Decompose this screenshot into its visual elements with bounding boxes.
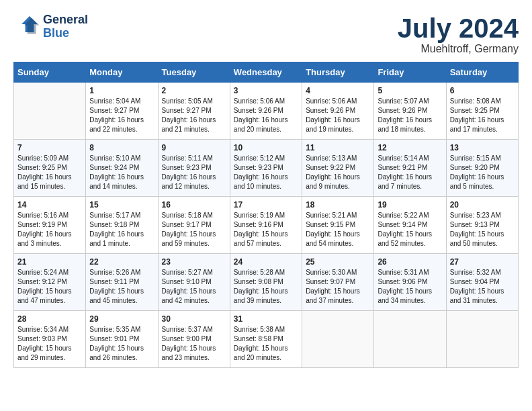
day-number: 10 xyxy=(234,143,298,152)
calendar-cell: 31Sunrise: 5:38 AM Sunset: 8:58 PM Dayli… xyxy=(230,311,302,368)
day-info: Sunrise: 5:08 AM Sunset: 9:25 PM Dayligh… xyxy=(450,97,504,133)
day-info: Sunrise: 5:06 AM Sunset: 9:26 PM Dayligh… xyxy=(306,97,360,133)
header-sunday: Sunday xyxy=(14,62,86,83)
day-number: 11 xyxy=(306,143,370,152)
day-number: 22 xyxy=(89,257,154,267)
day-number: 3 xyxy=(234,86,298,95)
day-number: 1 xyxy=(89,86,154,95)
header-friday: Friday xyxy=(374,62,446,83)
day-info: Sunrise: 5:38 AM Sunset: 8:58 PM Dayligh… xyxy=(234,326,288,361)
calendar-cell: 23Sunrise: 5:27 AM Sunset: 9:10 PM Dayli… xyxy=(158,254,230,311)
calendar-cell: 3Sunrise: 5:06 AM Sunset: 9:26 PM Daylig… xyxy=(230,83,302,140)
calendar-cell xyxy=(374,311,446,368)
day-number: 8 xyxy=(89,143,154,152)
calendar-cell: 11Sunrise: 5:13 AM Sunset: 9:22 PM Dayli… xyxy=(302,140,374,197)
logo-line1: General xyxy=(43,13,88,27)
day-number: 31 xyxy=(234,314,298,324)
calendar-cell xyxy=(14,83,86,140)
day-info: Sunrise: 5:04 AM Sunset: 9:27 PM Dayligh… xyxy=(89,97,144,133)
day-info: Sunrise: 5:12 AM Sunset: 9:23 PM Dayligh… xyxy=(234,154,288,190)
header-thursday: Thursday xyxy=(302,62,374,83)
day-number: 7 xyxy=(17,143,82,152)
day-info: Sunrise: 5:31 AM Sunset: 9:06 PM Dayligh… xyxy=(378,269,432,304)
week-row-0: 1Sunrise: 5:04 AM Sunset: 9:27 PM Daylig… xyxy=(14,83,519,140)
week-row-3: 21Sunrise: 5:24 AM Sunset: 9:12 PM Dayli… xyxy=(14,254,519,311)
calendar-cell: 8Sunrise: 5:10 AM Sunset: 9:24 PM Daylig… xyxy=(86,140,158,197)
calendar-cell: 20Sunrise: 5:23 AM Sunset: 9:13 PM Dayli… xyxy=(446,197,518,254)
location: Muehltroff, Germany xyxy=(398,43,519,55)
day-number: 25 xyxy=(306,257,370,267)
calendar-cell: 5Sunrise: 5:07 AM Sunset: 9:26 PM Daylig… xyxy=(374,83,446,140)
calendar-table: SundayMondayTuesdayWednesdayThursdayFrid… xyxy=(13,62,519,368)
day-info: Sunrise: 5:10 AM Sunset: 9:24 PM Dayligh… xyxy=(89,154,144,190)
day-number: 18 xyxy=(306,200,370,210)
day-number: 17 xyxy=(234,200,298,210)
day-number: 15 xyxy=(89,200,154,210)
day-info: Sunrise: 5:16 AM Sunset: 9:19 PM Dayligh… xyxy=(17,212,72,247)
calendar-cell: 1Sunrise: 5:04 AM Sunset: 9:27 PM Daylig… xyxy=(86,83,158,140)
day-info: Sunrise: 5:09 AM Sunset: 9:25 PM Dayligh… xyxy=(17,154,72,190)
logo-line2: Blue xyxy=(43,27,88,40)
day-info: Sunrise: 5:18 AM Sunset: 9:17 PM Dayligh… xyxy=(162,212,216,247)
header-tuesday: Tuesday xyxy=(158,62,230,83)
day-info: Sunrise: 5:27 AM Sunset: 9:10 PM Dayligh… xyxy=(162,269,216,304)
day-number: 13 xyxy=(450,143,515,152)
day-number: 26 xyxy=(378,257,442,267)
calendar-header-row: SundayMondayTuesdayWednesdayThursdayFrid… xyxy=(14,62,519,83)
day-info: Sunrise: 5:05 AM Sunset: 9:27 PM Dayligh… xyxy=(162,97,216,133)
calendar-cell xyxy=(446,311,518,368)
day-info: Sunrise: 5:37 AM Sunset: 9:00 PM Dayligh… xyxy=(162,326,216,361)
day-info: Sunrise: 5:30 AM Sunset: 9:07 PM Dayligh… xyxy=(306,269,360,304)
day-info: Sunrise: 5:15 AM Sunset: 9:20 PM Dayligh… xyxy=(450,154,504,190)
day-number: 23 xyxy=(162,257,226,267)
day-info: Sunrise: 5:17 AM Sunset: 9:18 PM Dayligh… xyxy=(89,212,144,247)
calendar-cell: 29Sunrise: 5:35 AM Sunset: 9:01 PM Dayli… xyxy=(86,311,158,368)
day-info: Sunrise: 5:11 AM Sunset: 9:23 PM Dayligh… xyxy=(162,154,216,190)
calendar-cell: 26Sunrise: 5:31 AM Sunset: 9:06 PM Dayli… xyxy=(374,254,446,311)
calendar-cell: 6Sunrise: 5:08 AM Sunset: 9:25 PM Daylig… xyxy=(446,83,518,140)
day-number: 2 xyxy=(162,86,226,95)
page-header: General Blue July 2024 Muehltroff, Germa… xyxy=(13,13,519,55)
day-info: Sunrise: 5:34 AM Sunset: 9:03 PM Dayligh… xyxy=(17,326,72,361)
calendar-cell: 28Sunrise: 5:34 AM Sunset: 9:03 PM Dayli… xyxy=(14,311,86,368)
month-title: July 2024 xyxy=(398,13,519,43)
day-number: 12 xyxy=(378,143,442,152)
title-block: July 2024 Muehltroff, Germany xyxy=(398,13,519,55)
day-info: Sunrise: 5:07 AM Sunset: 9:26 PM Dayligh… xyxy=(378,97,432,133)
day-number: 29 xyxy=(89,314,154,324)
calendar-cell: 19Sunrise: 5:22 AM Sunset: 9:14 PM Dayli… xyxy=(374,197,446,254)
calendar-cell: 7Sunrise: 5:09 AM Sunset: 9:25 PM Daylig… xyxy=(14,140,86,197)
week-row-2: 14Sunrise: 5:16 AM Sunset: 9:19 PM Dayli… xyxy=(14,197,519,254)
day-info: Sunrise: 5:23 AM Sunset: 9:13 PM Dayligh… xyxy=(450,212,504,247)
day-info: Sunrise: 5:26 AM Sunset: 9:11 PM Dayligh… xyxy=(89,269,144,304)
logo-text: General Blue xyxy=(43,13,88,40)
day-number: 19 xyxy=(378,200,442,210)
day-number: 20 xyxy=(450,200,515,210)
day-info: Sunrise: 5:06 AM Sunset: 9:26 PM Dayligh… xyxy=(234,97,288,133)
day-number: 24 xyxy=(234,257,298,267)
day-info: Sunrise: 5:32 AM Sunset: 9:04 PM Dayligh… xyxy=(450,269,504,304)
day-number: 4 xyxy=(306,86,370,95)
day-info: Sunrise: 5:24 AM Sunset: 9:12 PM Dayligh… xyxy=(17,269,72,304)
calendar-cell: 25Sunrise: 5:30 AM Sunset: 9:07 PM Dayli… xyxy=(302,254,374,311)
calendar-cell: 9Sunrise: 5:11 AM Sunset: 9:23 PM Daylig… xyxy=(158,140,230,197)
logo-icon xyxy=(13,13,40,40)
header-saturday: Saturday xyxy=(446,62,518,83)
calendar-cell: 14Sunrise: 5:16 AM Sunset: 9:19 PM Dayli… xyxy=(14,197,86,254)
logo: General Blue xyxy=(13,13,88,40)
day-number: 9 xyxy=(162,143,226,152)
day-info: Sunrise: 5:35 AM Sunset: 9:01 PM Dayligh… xyxy=(89,326,144,361)
day-number: 6 xyxy=(450,86,515,95)
day-info: Sunrise: 5:19 AM Sunset: 9:16 PM Dayligh… xyxy=(234,212,288,247)
calendar-cell: 30Sunrise: 5:37 AM Sunset: 9:00 PM Dayli… xyxy=(158,311,230,368)
day-number: 30 xyxy=(162,314,226,324)
calendar-cell: 18Sunrise: 5:21 AM Sunset: 9:15 PM Dayli… xyxy=(302,197,374,254)
calendar-cell: 21Sunrise: 5:24 AM Sunset: 9:12 PM Dayli… xyxy=(14,254,86,311)
calendar-cell: 12Sunrise: 5:14 AM Sunset: 9:21 PM Dayli… xyxy=(374,140,446,197)
calendar-cell: 17Sunrise: 5:19 AM Sunset: 9:16 PM Dayli… xyxy=(230,197,302,254)
week-row-1: 7Sunrise: 5:09 AM Sunset: 9:25 PM Daylig… xyxy=(14,140,519,197)
day-info: Sunrise: 5:28 AM Sunset: 9:08 PM Dayligh… xyxy=(234,269,288,304)
day-info: Sunrise: 5:21 AM Sunset: 9:15 PM Dayligh… xyxy=(306,212,360,247)
calendar-cell: 2Sunrise: 5:05 AM Sunset: 9:27 PM Daylig… xyxy=(158,83,230,140)
calendar-cell: 4Sunrise: 5:06 AM Sunset: 9:26 PM Daylig… xyxy=(302,83,374,140)
